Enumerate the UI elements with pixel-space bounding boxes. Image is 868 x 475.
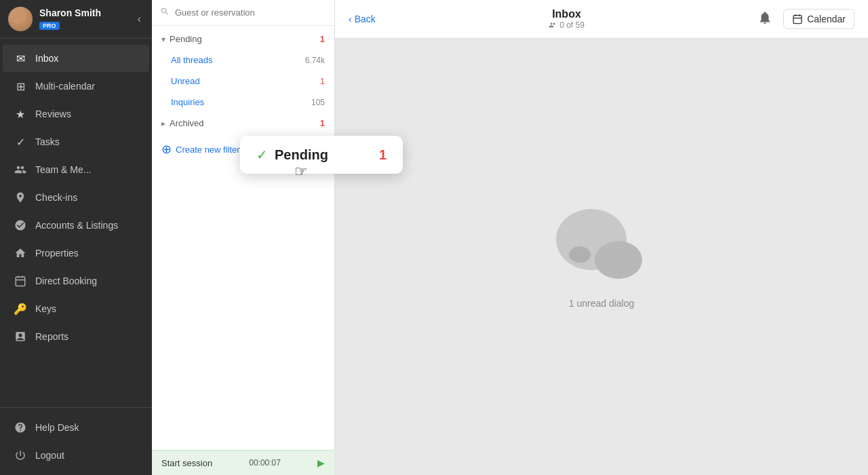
svg-point-10 [569,246,591,263]
pending-filter-count: 1 [320,34,325,44]
pending-filter-label: Pending [170,34,202,44]
inquiries-label: Inquiries [171,97,204,107]
inquiries-count: 105 [311,98,325,107]
inbox-subtitle: 0 of 59 [549,20,585,30]
multi-calendar-icon: ⊞ [14,79,27,93]
sidebar-footer: Help Desk Logout [0,407,152,475]
sidebar-item-label: Check-ins [35,192,77,203]
sidebar-item-logout[interactable]: Logout [3,442,149,469]
properties-icon [14,246,27,260]
sidebar-item-label: Team & Me... [35,164,91,175]
checkins-icon [14,191,27,204]
cursor-icon: ☞ [294,163,308,180]
sidebar-item-direct-booking[interactable]: Direct Booking [3,267,149,294]
sidebar-item-label: Properties [35,248,79,259]
collapse-button[interactable]: ‹ [135,10,144,28]
keys-icon: 🔑 [14,302,27,316]
filter-inquiries[interactable]: Inquiries 105 [152,92,334,113]
chevron-down-icon: ▾ [161,35,165,44]
avatar [8,7,33,31]
sidebar-item-label: Tasks [35,136,60,147]
direct-booking-icon [14,274,27,288]
sidebar-item-label: Keys [35,303,56,314]
search-icon [160,7,170,18]
create-filter-label: Create new filter [176,145,240,155]
check-icon: ✓ [256,147,268,163]
calendar-label: Calendar [807,14,846,24]
sidebar-item-label: Multi-calendar [35,81,95,92]
chevron-right-icon: ▸ [161,119,165,128]
filter-header-pending[interactable]: ▾ Pending 1 [152,26,334,50]
sidebar: Sharon Smith PRO ‹ ✉ Inbox ⊞ Multi-calen… [0,0,152,475]
sidebar-item-label: Reviews [35,109,71,119]
back-button[interactable]: ‹ Back [349,14,376,24]
sidebar-nav: ✉ Inbox ⊞ Multi-calendar ★ Reviews ✓ Tas… [0,39,152,407]
sidebar-item-reports[interactable]: Reports [3,323,149,350]
svg-rect-0 [16,277,25,286]
sidebar-item-label: Direct Booking [35,276,97,286]
tooltip-label: Pending [275,147,328,163]
sidebar-item-label: Reports [35,331,68,342]
reports-icon [14,330,27,343]
reviews-icon: ★ [14,107,27,121]
sidebar-item-help[interactable]: Help Desk [3,414,149,441]
archived-filter-count: 1 [320,118,325,128]
svg-point-9 [595,241,642,279]
unread-label: Unread [171,76,200,86]
sidebar-header: Sharon Smith PRO ‹ [0,0,152,39]
sidebar-item-label: Help Desk [35,422,79,433]
sidebar-item-properties[interactable]: Properties [3,240,149,267]
right-header: ‹ Back Inbox 0 of 59 Calendar [335,0,868,39]
search-bar [152,0,334,26]
session-timer: 00:00:07 [249,458,281,468]
help-icon [14,421,27,434]
unread-count: 1 [320,77,325,86]
notification-button[interactable] [757,10,772,28]
filter-all-threads[interactable]: All threads 6.74k [152,50,334,71]
empty-state-text: 1 unread dialog [569,298,635,309]
tooltip-count: 1 [379,147,387,163]
back-chevron-icon: ‹ [349,14,352,24]
inbox-info: Inbox 0 of 59 [549,8,585,30]
sidebar-item-multi-calendar[interactable]: ⊞ Multi-calendar [3,73,149,100]
session-label: Start session [161,458,212,468]
thread-panel: ▾ Pending 1 All threads 6.74k Unread 1 I… [152,0,335,475]
right-panel: ‹ Back Inbox 0 of 59 Calendar [335,0,868,475]
user-name: Sharon Smith [39,7,135,18]
accounts-icon [14,218,27,232]
search-input[interactable] [175,7,326,18]
plus-icon: ⊕ [161,142,172,157]
sidebar-item-checkins[interactable]: Check-ins [3,184,149,211]
play-button[interactable]: ▶ [317,457,325,468]
pro-badge: PRO [39,22,60,30]
inbox-subtitle-text: 0 of 59 [559,20,585,30]
sidebar-item-reviews[interactable]: ★ Reviews [3,100,149,128]
sidebar-item-label: Inbox [35,53,58,64]
filter-header-archived[interactable]: ▸ Archived 1 [152,113,334,134]
sidebar-item-keys[interactable]: 🔑 Keys [3,295,149,322]
filter-unread[interactable]: Unread 1 [152,71,334,92]
svg-rect-4 [793,16,802,24]
logout-icon [14,449,27,462]
sidebar-item-label: Accounts & Listings [35,220,118,231]
sidebar-item-accounts[interactable]: Accounts & Listings [3,212,149,239]
sidebar-item-label: Logout [35,450,64,461]
calendar-button[interactable]: Calendar [783,9,854,29]
pending-tooltip: ✓ Pending 1 ☞ [240,136,403,174]
archived-filter-label: Archived [170,118,204,128]
back-label: Back [355,14,376,24]
sidebar-item-inbox[interactable]: ✉ Inbox [3,45,149,72]
sidebar-item-tasks[interactable]: ✓ Tasks [3,128,149,155]
main-content: ▾ Pending 1 All threads 6.74k Unread 1 I… [152,0,868,475]
all-threads-label: All threads [171,55,212,65]
user-info: Sharon Smith PRO [39,7,135,31]
inbox-title: Inbox [549,8,585,20]
team-icon [14,163,27,176]
tasks-icon: ✓ [14,135,27,149]
session-bar: Start session 00:00:07 ▶ [152,450,334,475]
empty-state-illustration [554,206,649,287]
right-actions: Calendar [757,9,854,29]
empty-state: 1 unread dialog [335,39,868,475]
sidebar-item-team[interactable]: Team & Me... [3,156,149,183]
inbox-icon: ✉ [14,52,27,65]
